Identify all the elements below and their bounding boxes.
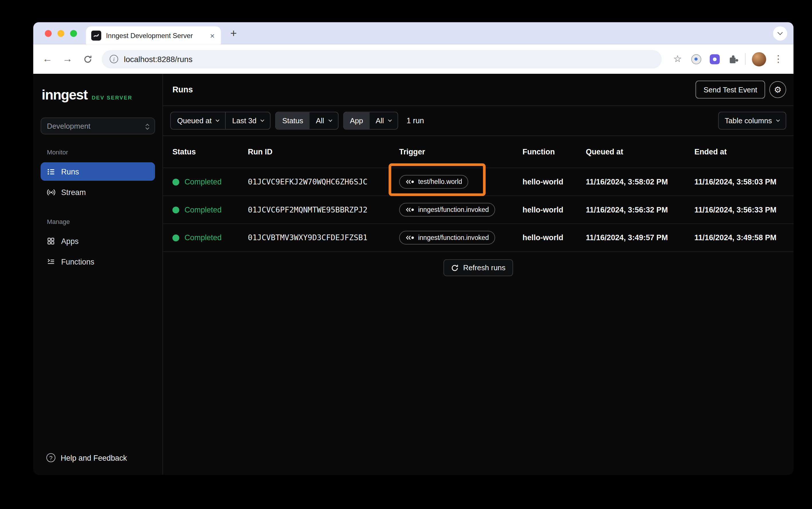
table-columns-dropdown[interactable]: Table columns <box>718 112 786 129</box>
address-bar[interactable]: i localhost:8288/runs <box>102 50 662 68</box>
forward-icon[interactable]: → <box>60 51 75 67</box>
status-text: Completed <box>185 206 222 214</box>
app-filter-dropdown[interactable]: All <box>369 112 398 129</box>
column-header-queued-at: Queued at <box>586 147 694 156</box>
sidebar-item-label: Runs <box>61 167 79 176</box>
section-label-manage: Manage <box>47 218 163 226</box>
reload-icon[interactable] <box>79 51 95 67</box>
section-label-monitor: Monitor <box>47 149 163 156</box>
stream-icon <box>46 188 55 197</box>
column-header-status: Status <box>172 147 248 156</box>
site-info-icon[interactable]: i <box>109 55 118 63</box>
event-icon <box>405 179 414 184</box>
ended-at: 11/16/2024, 3:58:03 PM <box>694 178 786 186</box>
tab-list-chevron-icon[interactable] <box>773 26 787 41</box>
status-dot-icon <box>172 206 180 213</box>
logo-row: inngest DEV SERVER <box>42 88 154 102</box>
zoom-window-button[interactable] <box>70 30 77 37</box>
inngest-logo: inngest <box>42 88 88 102</box>
table-row[interactable]: Completed 01JCVBTMV3WXY9D3CFDEJFZSB1 inn… <box>163 223 793 251</box>
run-count: 1 run <box>407 116 424 125</box>
sidebar-item-runs[interactable]: Runs <box>41 162 155 181</box>
updown-chevron-icon <box>146 123 149 129</box>
trigger-pill[interactable]: test/hello.world <box>399 175 468 189</box>
tab-title: Inngest Development Server <box>106 31 204 39</box>
tab-close-icon[interactable]: × <box>209 31 216 40</box>
environment-selector[interactable]: Development <box>41 117 155 134</box>
run-id: 01JCVBTMV3WXY9D3CFDEJFZSB1 <box>248 233 399 242</box>
environment-label: Development <box>47 122 90 130</box>
bookmark-star-icon[interactable]: ☆ <box>670 51 685 67</box>
new-tab-button[interactable]: + <box>226 26 241 41</box>
column-header-trigger: Trigger <box>399 147 522 156</box>
minimize-window-button[interactable] <box>58 30 64 37</box>
run-id: 01JCVC6PF2MQNMTWE95BBRZPJ2 <box>248 206 399 214</box>
toolbar-divider <box>745 53 746 65</box>
app-filter-label: App <box>344 112 369 129</box>
sidebar-item-label: Stream <box>61 188 86 196</box>
app-filter-group: App All <box>343 112 398 130</box>
apps-icon <box>46 236 55 245</box>
status-filter-dropdown[interactable]: All <box>310 112 338 129</box>
refresh-runs-label: Refresh runs <box>463 263 506 272</box>
status-filter-group: Status All <box>275 112 338 130</box>
settings-gear-icon[interactable]: ⚙ <box>769 81 786 98</box>
help-and-feedback[interactable]: ? Help and Feedback <box>46 453 154 462</box>
status-filter-label: Status <box>276 112 309 129</box>
table-columns-label: Table columns <box>725 116 772 125</box>
table-row[interactable]: Completed 01JCVC6PF2MQNMTWE95BBRZPJ2 inn… <box>163 196 793 224</box>
browser-window: Inngest Development Server × + ← → i loc… <box>33 22 793 475</box>
main-content: Runs Send Test Event ⚙ Queued at <box>163 74 793 475</box>
send-test-event-button[interactable]: Send Test Event <box>695 81 765 99</box>
chevron-down-icon <box>776 118 780 122</box>
status-text: Completed <box>185 233 222 242</box>
app-filter-value: All <box>376 116 384 125</box>
time-range-dropdown[interactable]: Last 3d <box>226 112 270 129</box>
sidebar-item-functions[interactable]: Functions <box>41 252 155 271</box>
status-dot-icon <box>172 178 180 185</box>
close-window-button[interactable] <box>45 30 52 37</box>
url-text: localhost:8288/runs <box>124 55 193 64</box>
extension-icon[interactable] <box>707 51 722 67</box>
trigger-cell: inngest/function.invoked <box>399 231 522 244</box>
queued-at: 11/16/2024, 3:58:02 PM <box>586 178 694 186</box>
inngest-favicon-icon <box>91 30 101 40</box>
trigger-pill[interactable]: inngest/function.invoked <box>399 203 495 217</box>
dev-server-badge: DEV SERVER <box>92 95 132 101</box>
browser-toolbar: ← → i localhost:8288/runs ☆ ⋮ <box>33 44 793 74</box>
table-columns-group: Table columns <box>718 112 786 130</box>
extensions-puzzle-icon[interactable] <box>725 51 741 67</box>
extension-icon[interactable] <box>688 51 704 67</box>
event-icon <box>405 235 414 240</box>
status-text: Completed <box>185 178 222 186</box>
time-range-label: Last 3d <box>232 116 257 125</box>
table-header: Status Run ID Trigger Function Queued at… <box>163 136 793 168</box>
refresh-icon <box>451 264 459 272</box>
status-cell: Completed <box>172 178 248 186</box>
trigger-name: inngest/function.invoked <box>418 206 489 214</box>
browser-menu-icon[interactable]: ⋮ <box>770 51 786 67</box>
function-name: hello-world <box>522 206 586 214</box>
sidebar-item-label: Apps <box>61 237 79 245</box>
function-name: hello-world <box>522 233 586 242</box>
filter-bar: Queued at Last 3d Status All <box>163 106 793 136</box>
page-header: Runs Send Test Event ⚙ <box>163 74 793 106</box>
refresh-runs-button[interactable]: Refresh runs <box>444 259 513 276</box>
sidebar-item-stream[interactable]: Stream <box>41 183 155 201</box>
column-header-function: Function <box>522 147 586 156</box>
status-dot-icon <box>172 234 180 241</box>
back-icon[interactable]: ← <box>39 51 55 67</box>
time-field-dropdown[interactable]: Queued at <box>171 112 225 129</box>
queued-at: 11/16/2024, 3:49:57 PM <box>586 233 694 242</box>
sidebar: inngest DEV SERVER Development Monitor R… <box>33 74 163 475</box>
profile-avatar[interactable] <box>752 52 766 66</box>
status-cell: Completed <box>172 233 248 242</box>
function-name: hello-world <box>522 178 586 186</box>
trigger-pill[interactable]: inngest/function.invoked <box>399 231 495 244</box>
sidebar-item-apps[interactable]: Apps <box>41 232 155 250</box>
column-header-run-id: Run ID <box>248 147 399 156</box>
browser-tab[interactable]: Inngest Development Server × <box>86 26 221 44</box>
table-row[interactable]: Completed 01JCVC9EFKJ2W70WQHC6ZH6SJC tes… <box>163 168 793 196</box>
status-cell: Completed <box>172 206 248 214</box>
page-title: Runs <box>172 85 193 94</box>
